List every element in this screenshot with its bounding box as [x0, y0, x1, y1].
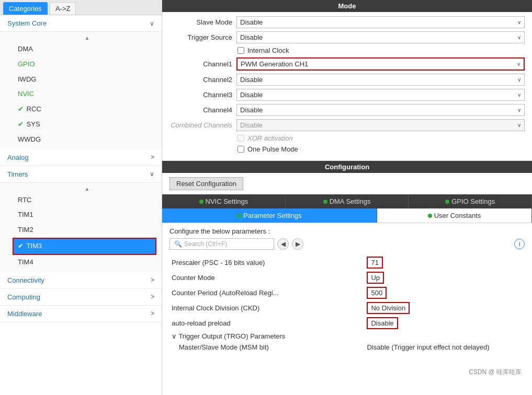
channel1-row: Channel1 PWM Generation CH1 ∨	[169, 57, 525, 71]
analog-label: Analog	[7, 154, 28, 161]
sidebar-item-nvic[interactable]: NVIC	[13, 87, 162, 102]
channel4-row: Channel4 Disable ∨	[169, 104, 525, 116]
user-dot	[428, 214, 432, 218]
timers-subitems: ▲ RTC TIM1 TIM2 ✔ TIM3 TIM4	[0, 183, 162, 272]
channel2-row: Channel2 Disable ∨	[169, 74, 525, 86]
channel4-select[interactable]: Disable ∨	[236, 104, 525, 116]
dma-dot	[323, 200, 327, 204]
channel3-caret: ∨	[517, 92, 521, 98]
sidebar-item-tim3[interactable]: ✔ TIM3	[13, 238, 156, 255]
channel1-label: Channel1	[169, 60, 232, 68]
tab-parameter-settings[interactable]: Parameter Settings	[162, 208, 377, 223]
trigger-source-value: Disable	[240, 33, 263, 41]
channel4-caret: ∨	[517, 107, 521, 113]
left-panel: Categories A->Z System Core ∨ ▲ DMA GPIO…	[0, 0, 162, 395]
one-pulse-checkbox[interactable]	[237, 146, 244, 153]
system-core-category[interactable]: System Core ∨	[0, 15, 162, 32]
sidebar-item-tim2[interactable]: TIM2	[13, 223, 162, 238]
config-section: Configuration Reset Configuration NVIC S…	[162, 161, 532, 395]
channel1-select[interactable]: PWM Generation CH1 ∨	[236, 57, 525, 71]
slave-mode-value: Disable	[240, 18, 263, 26]
channel4-label: Channel4	[169, 106, 232, 114]
dma-settings-label: DMA Settings	[330, 197, 371, 205]
slave-mode-select[interactable]: Disable ∨	[236, 16, 525, 28]
middleware-category[interactable]: Middleware >	[0, 306, 162, 322]
prescaler-value[interactable]: 71	[365, 255, 525, 270]
config-tabs-row: NVIC Settings DMA Settings GPIO Settings	[162, 194, 532, 208]
autoreload-preload-value[interactable]: Disable	[365, 316, 525, 331]
nvic-dot	[199, 200, 203, 204]
sidebar-item-tim1[interactable]: TIM1	[13, 207, 162, 223]
internal-clock-checkbox[interactable]	[237, 47, 244, 54]
trigger-group-row: ∨ Trigger Output (TRGO) Parameters	[169, 331, 525, 342]
timers-category[interactable]: Timers ∨	[0, 166, 162, 183]
trigger-source-select[interactable]: Disable ∨	[236, 31, 525, 43]
slave-mode-label: Slave Mode	[169, 18, 232, 26]
param-row-clock-division: Internal Clock Division (CKD) No Divisio…	[169, 300, 525, 316]
sidebar-item-iwdg[interactable]: IWDG	[13, 72, 162, 87]
channel2-caret: ∨	[517, 77, 521, 83]
sidebar-item-tim4[interactable]: TIM4	[13, 255, 162, 270]
search-placeholder: Search (Ctrl+F)	[184, 240, 227, 248]
nav-back-arrow[interactable]: ◀	[277, 238, 289, 250]
counter-period-value[interactable]: 500	[365, 285, 525, 300]
computing-category[interactable]: Computing >	[0, 289, 162, 306]
params-desc: Configure the below parameters :	[169, 227, 525, 235]
sidebar-item-dma[interactable]: DMA	[13, 42, 162, 57]
combined-channels-value: Disable	[240, 121, 263, 129]
tim3-check: ✔	[18, 242, 24, 250]
param-row-counter-mode: Counter Mode Up	[169, 270, 525, 285]
analog-category[interactable]: Analog >	[0, 149, 162, 166]
sidebar-item-gpio[interactable]: GPIO	[13, 57, 162, 72]
reset-bar: Reset Configuration	[162, 173, 532, 194]
channel3-select[interactable]: Disable ∨	[236, 89, 525, 101]
tab-bar: Categories A->Z	[0, 0, 162, 15]
sidebar-item-rtc[interactable]: RTC	[13, 193, 162, 208]
left-content: System Core ∨ ▲ DMA GPIO IWDG NVIC ✔ RCC…	[0, 15, 162, 395]
tab-user-constants[interactable]: User Constants	[377, 208, 532, 223]
one-pulse-row: One Pulse Mode	[169, 145, 525, 153]
channel1-value: PWM Generation CH1	[241, 60, 308, 68]
atoz-tab[interactable]: A->Z	[50, 2, 76, 15]
counter-mode-label: Counter Mode	[169, 270, 365, 285]
param-table: Prescaler (PSC - 16 bits value) 71 Count…	[169, 255, 525, 353]
gpio-dot	[445, 200, 449, 204]
trigger-group-label: Trigger Output (TRGO) Parameters	[178, 332, 285, 340]
channel3-value: Disable	[240, 91, 263, 99]
sidebar-item-sys[interactable]: ✔ SYS	[13, 117, 162, 132]
channel2-select[interactable]: Disable ∨	[236, 74, 525, 86]
prescaler-label: Prescaler (PSC - 16 bits value)	[169, 255, 365, 270]
xor-label: XOR activation	[247, 134, 293, 142]
param-row-counter-period: Counter Period (AutoReload Regi... 500	[169, 285, 525, 300]
clock-division-value[interactable]: No Division	[365, 300, 525, 316]
counter-period-label: Counter Period (AutoReload Regi...	[169, 285, 365, 300]
combined-channels-label: Combined Channels	[169, 121, 232, 129]
combined-channels-select[interactable]: Disable ∨	[236, 119, 525, 131]
search-box[interactable]: 🔍 Search (Ctrl+F)	[169, 238, 274, 250]
connectivity-category[interactable]: Connectivity >	[0, 272, 162, 289]
master-slave-row: Master/Slave Mode (MSM bit) Disable (Tri…	[169, 342, 525, 353]
middleware-label: Middleware	[7, 310, 42, 318]
sidebar-item-wwdg[interactable]: WWDG	[13, 132, 162, 147]
parameter-settings-label: Parameter Settings	[243, 212, 301, 219]
counter-mode-value[interactable]: Up	[365, 270, 525, 285]
info-icon[interactable]: i	[514, 239, 525, 249]
timers-scroll-up: ▲	[13, 185, 162, 193]
nav-forward-arrow[interactable]: ▶	[292, 238, 303, 250]
rcc-check: ✔	[18, 105, 24, 113]
computing-chevron: >	[151, 293, 154, 300]
channel4-value: Disable	[240, 106, 263, 114]
middleware-chevron: >	[151, 310, 154, 317]
categories-tab[interactable]: Categories	[3, 2, 48, 15]
search-row: 🔍 Search (Ctrl+F) ◀ ▶ i	[169, 238, 525, 250]
tab-nvic-settings[interactable]: NVIC Settings	[162, 194, 286, 208]
timers-label: Timers	[7, 170, 28, 178]
tab-dma-settings[interactable]: DMA Settings	[286, 194, 409, 208]
reset-config-button[interactable]: Reset Configuration	[169, 177, 243, 190]
param-row-prescaler: Prescaler (PSC - 16 bits value) 71	[169, 255, 525, 270]
clock-division-label: Internal Clock Division (CKD)	[169, 300, 365, 316]
params-section: Configure the below parameters : 🔍 Searc…	[162, 223, 532, 395]
sidebar-item-rcc[interactable]: ✔ RCC	[13, 102, 162, 117]
connectivity-label: Connectivity	[7, 276, 44, 284]
tab-gpio-settings[interactable]: GPIO Settings	[409, 194, 532, 208]
